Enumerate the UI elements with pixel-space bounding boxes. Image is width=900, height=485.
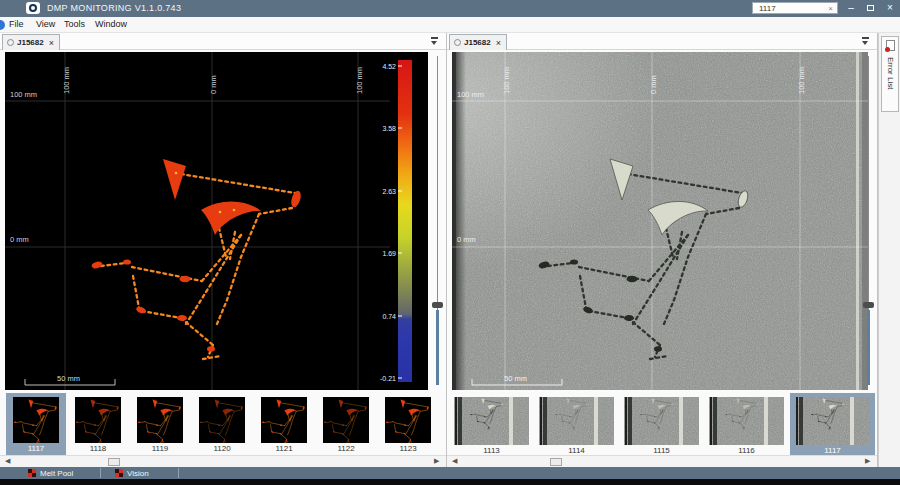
slider-fill [436,310,439,385]
edge-artifact-icon [0,20,5,30]
menu-file[interactable]: File [9,19,24,29]
x-tick-label: 0 mm [209,75,218,94]
melt-pool-layer-slider[interactable] [429,52,447,390]
vision-thumbnails: 1113 1114 1115 1116 1117 [447,392,877,455]
tab-label: J15682 [464,38,491,47]
dock-menu-icon[interactable] [430,37,439,46]
clear-icon[interactable]: × [828,4,833,13]
slider-handle[interactable] [863,302,874,308]
thumbnail-1116[interactable]: 1116 [705,393,788,455]
tab-j15682-vision[interactable]: J15682 × [449,34,507,50]
error-list-label: Error List [886,57,895,89]
vision-icon [115,469,123,477]
melt-pool-plot[interactable]: 100 mm 0 mm 100 mm 100 mm 0 mm [5,52,428,394]
slider-handle[interactable] [432,302,443,308]
thumbnail-label: 1117 [790,446,875,455]
melt-pool-thumbnails: 1117 1118 1119 1120 1121 1122 [0,392,446,455]
thumbnail-1114[interactable]: 1114 [535,393,618,455]
vision-layer-slider[interactable] [860,52,878,390]
scale-label: 50 mm [57,374,80,383]
thumbnail-1121[interactable]: 1121 [254,393,314,455]
tab-label: J15682 [17,38,44,47]
vision-tabstrip: J15682 × [447,33,877,50]
colorbar-tick: 0.74 [382,313,396,320]
status-tab-vision[interactable]: Vision [115,467,149,479]
thumbnail-1120[interactable]: 1120 [192,393,252,455]
scroll-left-icon[interactable]: ◀ [452,457,457,465]
error-list-tab[interactable]: Error List [881,36,899,112]
separator [100,468,101,478]
thumbnail-label: 1121 [254,444,314,453]
scrollbar-thumb[interactable] [550,458,562,466]
thumbnail-1115[interactable]: 1115 [620,393,703,455]
separator [178,468,179,478]
colorbar-tick: 4.52 [382,63,396,70]
scroll-right-icon[interactable]: ▶ [434,457,439,465]
colorbar-tick: 2.63 [382,188,396,195]
close-icon[interactable]: × [49,38,54,48]
menu-view[interactable]: View [36,19,55,29]
statusbar: Melt Pool Vision [0,467,900,479]
close-icon[interactable]: × [496,38,501,48]
thumbnail-label: 1113 [450,446,533,455]
melt-pool-icon [28,469,36,477]
thumbnail-label: 1120 [192,444,252,453]
thumbnail-1118[interactable]: 1118 [68,393,128,455]
menu-tools[interactable]: Tools [64,19,85,29]
x-tick-label: 100 mm [62,67,71,94]
thumbnail-label: 1114 [535,446,618,455]
thumbnail-1122[interactable]: 1122 [316,393,376,455]
thumbnail-label: 1123 [378,444,438,453]
restore-button[interactable] [862,1,878,15]
menubar: File View Tools Window [0,17,900,33]
app-icon [26,2,40,14]
minimize-button[interactable]: – [843,1,859,15]
x-tick-label: 100 mm [797,67,806,94]
thumbnail-1119[interactable]: 1119 [130,393,190,455]
status-tab-label: Melt Pool [40,469,73,478]
window-title: DMP MONITORING V1.1.0.743 [47,3,181,13]
scroll-right-icon[interactable]: ▶ [865,457,870,465]
colorbar-tick: 3.58 [382,125,396,132]
scrollbar-thumb[interactable] [108,458,120,466]
menu-window[interactable]: Window [95,19,127,29]
y-tick-label: 100 mm [457,90,484,99]
thumbnail-1113[interactable]: 1113 [450,393,533,455]
frame-number-value: 1117 [759,4,776,13]
x-tick-label: 100 mm [355,67,364,94]
status-tab-melt-pool[interactable]: Melt Pool [28,467,73,479]
colorbar-tick: 1.69 [382,250,396,257]
melt-pool-panel: J15682 × 100 mm 0 mm 100 mm 100 mm 0 mm [0,33,447,467]
thumbnail-label: 1117 [6,444,66,453]
thumbnail-1123[interactable]: 1123 [378,393,438,455]
titlebar: DMP MONITORING V1.1.0.743 1117 × – × [0,0,900,17]
vision-panel: J15682 × 100 mm 0 mm [447,33,878,467]
melt-pool-scrollbar[interactable]: ◀ ▶ [0,455,446,467]
thumbnail-label: 1116 [705,446,788,455]
record-icon [7,39,14,46]
close-button[interactable]: × [882,1,898,15]
x-tick-label: 100 mm [502,67,511,94]
frame-number-input[interactable]: 1117 × [752,2,838,14]
record-icon [454,39,461,46]
error-list-icon [886,40,895,51]
thumbnail-label: 1119 [130,444,190,453]
scroll-left-icon[interactable]: ◀ [5,457,10,465]
dock-menu-icon[interactable] [861,37,870,46]
tab-j15682-meltpool[interactable]: J15682 × [2,34,60,50]
vision-scrollbar[interactable]: ◀ ▶ [447,455,877,467]
thumbnail-label: 1115 [620,446,703,455]
restore-icon [867,5,874,11]
y-tick-label: 0 mm [457,235,476,244]
thumbnail-label: 1118 [68,444,128,453]
y-tick-label: 100 mm [10,90,37,99]
status-tab-label: Vision [127,469,149,478]
thumbnail-label: 1122 [316,444,376,453]
app-window: DMP MONITORING V1.1.0.743 1117 × – × Fil… [0,0,900,485]
vision-image[interactable]: 100 mm 0 mm 100 mm 100 mm 0 mm 50 mm [452,52,868,394]
thumbnail-1117[interactable]: 1117 [6,393,66,455]
slider-fill [867,310,870,385]
colorbar-tick: -0.21 [380,375,396,382]
thumbnail-1117[interactable]: 1117 [790,393,875,455]
right-dock-strip: Error List [878,33,900,467]
